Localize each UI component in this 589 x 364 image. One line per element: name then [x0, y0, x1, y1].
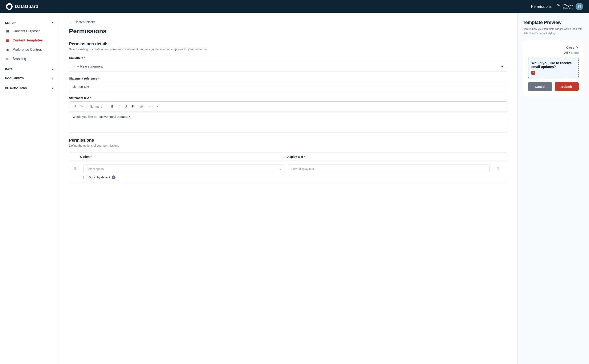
table-row: ⠿ Select option ∨ Opt in by default i: [69, 161, 507, 183]
permissions-table-header: Option * Display text *: [69, 153, 507, 161]
statement-reference-required: *: [98, 77, 99, 80]
opt-in-label: Opt in by default: [89, 176, 110, 179]
drag-handle-icon[interactable]: ⠿: [73, 164, 80, 171]
preview-option-box: Would you like to receive email updates?…: [528, 58, 579, 78]
sidebar-section-setup-header[interactable]: SET UP ∧: [0, 19, 59, 26]
statement-selected-value: + New statement: [78, 65, 103, 68]
editor-body[interactable]: Would you like to receive email updates?: [69, 111, 507, 133]
ordered-list-button[interactable]: ≔: [148, 103, 154, 110]
logo-icon: ⬤: [6, 3, 13, 10]
action-col-header: [493, 155, 503, 158]
editor-toolbar: ↺ ↻ Normal ∨ B I U T 🔗: [69, 102, 507, 111]
sidebar-item-content-templates[interactable]: ☰ Content Templates: [0, 36, 59, 45]
toolbar-separator-1: [86, 104, 86, 109]
sidebar-section-data: DATA ∨: [0, 65, 59, 73]
preview-desc: Here is how your template widget would l…: [523, 27, 584, 35]
content-templates-label: Content Templates: [13, 39, 43, 42]
statement-text-label: Statement text *: [69, 96, 507, 100]
opt-in-checkbox[interactable]: [84, 176, 87, 179]
setup-chevron-icon: ∧: [52, 21, 54, 24]
preview-submit-button[interactable]: Submit: [555, 82, 579, 91]
option-cell: Select option ∨ Opt in by default i: [84, 164, 285, 179]
strikethrough-button[interactable]: T: [129, 103, 136, 110]
statement-reference-label: Statement reference *: [69, 77, 507, 80]
data-section-title: DATA: [5, 68, 13, 71]
italic-button[interactable]: I: [116, 103, 122, 110]
statement-required: *: [84, 56, 85, 59]
toolbar-separator-2: [108, 104, 108, 109]
statement-dropdown[interactable]: + + New statement ∨: [69, 61, 507, 72]
display-col-header: Display text *: [286, 155, 493, 158]
main-content: ← Content blocks Permissions Permissions…: [59, 13, 518, 364]
permissions-table: Option * Display text * ⠿ Select option: [69, 152, 507, 183]
editor-content: Would you like to receive email updates?: [73, 115, 130, 118]
preview-close-label[interactable]: Close: [566, 46, 574, 49]
branding-icon: ✏: [5, 57, 10, 61]
sidebar-item-branding[interactable]: ✏ Branding: [0, 54, 59, 64]
redo-button[interactable]: ↻: [78, 103, 85, 110]
breadcrumb[interactable]: ← Content blocks: [69, 20, 507, 24]
user-info: Sam Taylor Data App: [557, 3, 573, 10]
delete-row-button[interactable]: 🗑: [493, 164, 503, 171]
option-select-dropdown[interactable]: Select option ∨: [84, 164, 285, 173]
permissions-details-section: Permissions details Select existing or c…: [69, 41, 507, 133]
info-icon[interactable]: i: [112, 176, 116, 179]
preview-cancel-button[interactable]: Cancel: [528, 82, 552, 91]
statement-text-group: Statement text * ↺ ↻ Normal ∨ B I: [69, 96, 507, 133]
branding-label: Branding: [13, 57, 26, 61]
sidebar-section-documents-header[interactable]: DOCUMENTS ∨: [0, 74, 59, 82]
statement-reference-input[interactable]: [69, 82, 507, 91]
underline-button[interactable]: U: [123, 103, 129, 110]
data-chevron-icon: ∨: [52, 67, 54, 71]
integrations-chevron-icon: ∨: [52, 86, 54, 89]
user-name: Sam Taylor: [557, 3, 573, 7]
avatar-initials: ST: [577, 5, 581, 8]
plus-icon: +: [73, 64, 75, 69]
sidebar-section-data-header[interactable]: DATA ∨: [0, 65, 59, 73]
sidebar-item-preference-centres[interactable]: ◉ Preference Centres: [0, 45, 59, 54]
topnav-permissions-link[interactable]: Permissions: [531, 4, 551, 9]
sidebar-section-integrations: INTEGRATIONS ∨: [0, 84, 59, 91]
option-select-placeholder: Select option: [87, 167, 104, 171]
rich-text-editor: ↺ ↻ Normal ∨ B I U T 🔗: [69, 101, 507, 133]
format-chevron-icon: ∨: [101, 105, 103, 108]
preview-none-label[interactable]: None: [571, 51, 579, 54]
user-role: Data App: [557, 7, 573, 10]
logo: ⬤ DataGuard: [6, 3, 38, 10]
preview-all-label[interactable]: All: [564, 51, 568, 54]
content-templates-icon: ☰: [5, 38, 10, 43]
undo-button[interactable]: ↺: [72, 103, 78, 110]
statement-chevron-icon: ∨: [501, 64, 503, 68]
sidebar-section-setup: SET UP ∧ ⊞ Consent Purposes ☰ Content Te…: [0, 19, 59, 64]
sidebar-section-documents: DOCUMENTS ∨: [0, 74, 59, 82]
bold-button[interactable]: B: [109, 103, 116, 110]
permissions-section: Permissions Define the options of your p…: [69, 138, 507, 183]
format-dropdown-value: Normal: [90, 105, 99, 108]
preview-separator: /: [569, 51, 570, 54]
main-layout: SET UP ∧ ⊞ Consent Purposes ☰ Content Te…: [0, 13, 589, 364]
link-button[interactable]: 🔗: [138, 103, 145, 110]
format-dropdown[interactable]: Normal ∨: [88, 104, 106, 109]
statement-group: Statement * + + New statement ∨: [69, 56, 507, 72]
preview-checkbox[interactable]: ✓: [531, 71, 535, 75]
breadcrumb-label: Content blocks: [74, 20, 95, 24]
preview-checkmark: ✓: [532, 71, 535, 74]
avatar[interactable]: ST: [576, 3, 583, 10]
statement-dropdown-inner: + + New statement: [73, 64, 103, 69]
statement-text-required: *: [90, 96, 91, 100]
back-arrow-icon: ←: [69, 20, 73, 24]
sidebar-item-consent-purposes[interactable]: ⊞ Consent Purposes: [0, 26, 59, 36]
page-title: Permissions: [69, 27, 507, 35]
permissions-details-desc: Select existing or create a new permissi…: [69, 48, 507, 51]
preview-widget: Close ✕ All / None Would you like to rec…: [523, 40, 584, 96]
drag-col-header: [73, 155, 80, 158]
permissions-section-title: Permissions: [69, 138, 507, 143]
display-text-input[interactable]: [288, 164, 490, 173]
permissions-section-desc: Define the options of your permissions: [69, 144, 507, 147]
documents-section-title: DOCUMENTS: [5, 77, 24, 80]
sidebar-section-integrations-header[interactable]: INTEGRATIONS ∨: [0, 84, 59, 91]
unordered-list-button[interactable]: ≡: [154, 103, 161, 110]
preview-close-icon[interactable]: ✕: [576, 46, 579, 49]
opt-in-row: Opt in by default i: [84, 176, 285, 179]
statement-reference-group: Statement reference *: [69, 77, 507, 91]
